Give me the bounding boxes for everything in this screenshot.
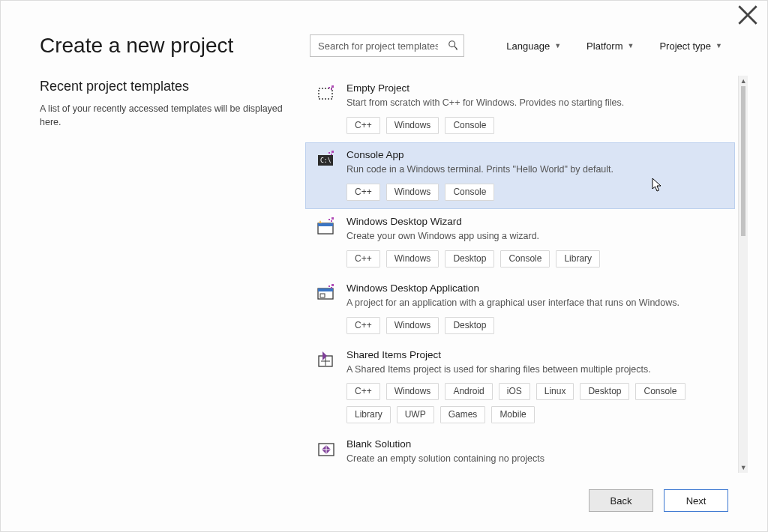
svg-point-0 — [449, 41, 455, 47]
template-tag: Console — [445, 184, 494, 201]
svg-rect-1 — [319, 88, 332, 99]
svg-rect-12 — [328, 219, 330, 220]
template-tag: Mobile — [491, 406, 534, 423]
template-description: A Shared Items project is used for shari… — [346, 363, 724, 376]
filter-label: Platform — [586, 40, 622, 52]
template-tag: Windows — [386, 250, 440, 267]
search-input[interactable] — [310, 34, 464, 57]
filter-label: Project type — [659, 40, 711, 52]
template-item-shared-items-project[interactable]: Shared Items ProjectA Shared Items proje… — [305, 342, 735, 432]
filter-platform[interactable]: Platform ▼ — [584, 36, 637, 56]
close-button[interactable] — [737, 7, 758, 23]
template-item-blank-solution[interactable]: Blank SolutionCreate an empty solution c… — [305, 432, 735, 473]
template-tag: Desktop — [580, 383, 629, 400]
template-tag: C++ — [346, 117, 380, 134]
svg-rect-19 — [332, 284, 334, 286]
template-tags: C++WindowsConsole — [346, 117, 724, 134]
template-title: Empty Project — [346, 82, 724, 94]
template-tag: Windows — [386, 117, 440, 134]
template-description: Create an empty solution containing no p… — [346, 453, 724, 465]
template-tags: C++WindowsDesktop — [346, 317, 724, 334]
template-tag: Android — [445, 383, 492, 400]
template-tag: UWP — [397, 406, 434, 423]
console-template-icon: C:\ — [316, 151, 336, 170]
template-title: Shared Items Project — [346, 349, 724, 360]
chevron-down-icon: ▼ — [628, 42, 634, 49]
svg-rect-11 — [318, 223, 333, 226]
svg-rect-4 — [331, 88, 332, 90]
scroll-down-arrow[interactable]: ▼ — [739, 462, 748, 473]
next-button[interactable]: Next — [664, 489, 728, 512]
scrollbar[interactable]: ▲ ▼ — [738, 76, 748, 473]
template-title: Windows Desktop Wizard — [346, 216, 724, 227]
template-tag: iOS — [499, 383, 530, 400]
template-item-windows-desktop-application[interactable]: Windows Desktop ApplicationA project for… — [305, 276, 735, 342]
template-tag: Library — [556, 250, 600, 267]
svg-rect-7 — [328, 152, 330, 154]
header: Create a new project Language ▼ Platform… — [1, 1, 767, 67]
svg-rect-20 — [331, 287, 332, 288]
svg-rect-9 — [331, 154, 332, 155]
close-icon — [737, 4, 758, 25]
svg-rect-18 — [328, 285, 330, 287]
template-tag: Games — [440, 406, 486, 423]
template-tag: Library — [346, 406, 391, 423]
template-tag: Desktop — [445, 317, 494, 334]
template-description: Create your own Windows app using a wiza… — [346, 230, 724, 243]
template-title: Windows Desktop Application — [346, 282, 724, 294]
template-body: Windows Desktop WizardCreate your own Wi… — [346, 216, 724, 267]
template-description: Start from scratch with C++ for Windows.… — [346, 97, 724, 109]
template-description: Run code in a Windows terminal. Prints "… — [346, 163, 724, 176]
template-tag: Windows — [386, 317, 440, 334]
chevron-down-icon: ▼ — [716, 42, 722, 49]
svg-rect-17 — [320, 294, 325, 297]
template-body: Console AppRun code in a Windows termina… — [346, 149, 724, 201]
template-body: Windows Desktop ApplicationA project for… — [346, 282, 724, 334]
scrollbar-thumb[interactable] — [741, 86, 746, 236]
template-tag: C++ — [346, 250, 380, 267]
template-description: A project for an application with a grap… — [346, 297, 724, 309]
body: Recent project templates A list of your … — [1, 67, 767, 479]
svg-rect-14 — [331, 220, 332, 222]
svg-rect-8 — [332, 151, 334, 153]
page-title: Create a new project — [40, 34, 295, 58]
template-list[interactable]: Empty ProjectStart from scratch with C++… — [305, 76, 738, 473]
filter-project-type[interactable]: Project type ▼ — [656, 36, 725, 56]
chevron-down-icon: ▼ — [554, 42, 561, 49]
template-tag: C++ — [346, 383, 380, 400]
template-tag: C++ — [346, 184, 380, 201]
footer: Back Next — [1, 479, 767, 531]
filter-row: Language ▼ Platform ▼ Project type ▼ — [503, 36, 728, 56]
template-tags: C++WindowsConsole — [346, 184, 724, 201]
template-tag: Console — [500, 250, 550, 267]
template-item-windows-desktop-wizard[interactable]: Windows Desktop WizardCreate your own Wi… — [305, 209, 735, 276]
svg-rect-3 — [332, 85, 334, 88]
template-body: Blank SolutionCreate an empty solution c… — [346, 438, 724, 473]
solution-template-icon — [316, 440, 336, 459]
search-icon[interactable] — [446, 38, 460, 52]
template-tags: C++WindowsAndroidiOSLinuxDesktopConsoleL… — [346, 383, 724, 423]
svg-rect-2 — [328, 87, 330, 88]
template-item-console-app[interactable]: C:\Console AppRun code in a Windows term… — [305, 142, 735, 209]
svg-rect-13 — [332, 217, 334, 220]
template-tag: Desktop — [445, 250, 494, 267]
template-item-empty-project[interactable]: Empty ProjectStart from scratch with C++… — [305, 76, 735, 142]
empty-template-icon — [316, 84, 336, 103]
template-tags: C++WindowsDesktopConsoleLibrary — [346, 250, 724, 267]
template-tag: Linux — [536, 383, 574, 400]
back-button[interactable]: Back — [589, 489, 653, 512]
svg-rect-16 — [318, 288, 333, 291]
template-body: Shared Items ProjectA Shared Items proje… — [346, 349, 724, 424]
shared-template-icon — [316, 351, 336, 370]
recent-description: A list of your recently accessed templat… — [40, 102, 287, 129]
template-list-panel: Empty ProjectStart from scratch with C++… — [305, 76, 748, 473]
template-tag: C++ — [346, 317, 380, 334]
scroll-up-arrow[interactable]: ▲ — [739, 76, 748, 86]
new-project-dialog: Create a new project Language ▼ Platform… — [0, 0, 768, 532]
desktop-app-template-icon — [316, 284, 336, 303]
search-field-wrap — [310, 34, 464, 57]
template-tag: Console — [635, 383, 685, 400]
template-title: Blank Solution — [346, 438, 724, 450]
template-tag: Windows — [386, 383, 440, 400]
filter-language[interactable]: Language ▼ — [503, 36, 564, 56]
